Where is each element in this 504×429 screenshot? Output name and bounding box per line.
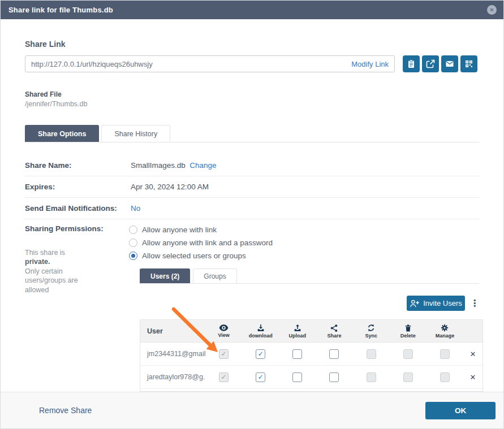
- person-plus-icon: [410, 300, 420, 307]
- upload-icon: [293, 323, 302, 332]
- table-row: jaredtaylor978@g... ✓ ✓ ✕: [140, 366, 483, 389]
- remove-user-icon[interactable]: ✕: [463, 350, 483, 358]
- column-header-manage: Manage: [427, 323, 463, 339]
- open-link-button[interactable]: [422, 55, 439, 72]
- invite-users-button[interactable]: Invite Users: [407, 296, 465, 311]
- trash-icon: [404, 324, 412, 332]
- user-email: jm2344311@gmail....: [140, 350, 205, 358]
- share-icon: [330, 324, 338, 332]
- tab-share-options[interactable]: Share Options: [25, 125, 99, 142]
- column-label: Upload: [289, 333, 307, 339]
- share-link-label: Share Link: [25, 40, 66, 49]
- column-header-share: Share: [316, 324, 352, 339]
- remove-share-button[interactable]: Remove Share: [39, 406, 92, 415]
- expires-value: Apr 30, 2024 12:00 AM: [131, 183, 209, 191]
- share-link-dialog: Share link for file Thumbs.db ✕ Share Li…: [0, 0, 504, 429]
- users-permissions-table: User View download: [140, 319, 483, 392]
- radio-icon[interactable]: [129, 252, 137, 260]
- user-group-tabs: Users (2) Groups: [140, 268, 237, 283]
- user-column-header: User: [140, 327, 205, 335]
- tab-users[interactable]: Users (2): [140, 268, 190, 283]
- delete-checkbox: [403, 349, 413, 359]
- private-note-line: Only certain: [25, 267, 63, 275]
- radio-label: Allow anyone with link: [142, 226, 217, 234]
- table-header: User View download: [140, 320, 483, 343]
- column-label: Delete: [400, 333, 416, 339]
- expires-label: Expires:: [25, 183, 55, 191]
- private-note-line: private.: [25, 258, 50, 266]
- share-name-text: SmallImages.db: [131, 161, 186, 170]
- email-notifications-value[interactable]: No: [131, 204, 140, 213]
- ok-button[interactable]: OK: [425, 402, 496, 419]
- invite-users-label: Invite Users: [423, 299, 462, 307]
- divider: [25, 219, 479, 219]
- view-checkbox[interactable]: ✓: [219, 372, 229, 382]
- share-tabs: Share Options Share History: [25, 125, 170, 142]
- column-label: View: [218, 332, 229, 338]
- delete-checkbox: [403, 372, 413, 382]
- download-checkbox[interactable]: ✓: [256, 349, 265, 359]
- copy-link-button[interactable]: [403, 55, 420, 72]
- share-name-value: SmallImages.db Change: [131, 161, 217, 170]
- eye-icon: [219, 324, 229, 332]
- user-email: jaredtaylor978@g...: [140, 373, 205, 381]
- dialog-header: Share link for file Thumbs.db ✕: [1, 1, 503, 19]
- manage-checkbox: [440, 372, 450, 382]
- column-label: Manage: [436, 333, 455, 339]
- column-header-delete: Delete: [390, 324, 427, 339]
- manage-checkbox: [440, 349, 450, 359]
- divider: [25, 176, 479, 176]
- embed-link-button[interactable]: [460, 55, 477, 72]
- external-link-icon: [426, 59, 435, 68]
- sync-checkbox: [367, 372, 376, 382]
- tab-groups[interactable]: Groups: [193, 268, 236, 283]
- more-options-icon[interactable]: ⋮: [471, 296, 479, 311]
- download-checkbox[interactable]: ✓: [256, 372, 265, 382]
- shared-file-label: Shared File: [25, 90, 62, 98]
- column-header-upload: Upload: [279, 323, 316, 339]
- column-label: Sync: [365, 333, 377, 339]
- remove-user-icon[interactable]: ✕: [463, 373, 483, 382]
- sync-checkbox: [367, 349, 376, 359]
- dialog-title: Share link for file Thumbs.db: [8, 6, 113, 14]
- sub-tabs-divider: [140, 283, 479, 284]
- table-row: jm2344311@gmail.... ✓ ✓ ✕: [140, 343, 483, 366]
- email-notifications-label: Send Email Notifications:: [25, 204, 117, 213]
- tabs-divider: [25, 142, 479, 142]
- radio-icon[interactable]: [129, 226, 137, 234]
- divider: [25, 197, 479, 198]
- clipboard-icon: [407, 59, 416, 68]
- grid-icon: [464, 59, 473, 68]
- private-note-line: This share is: [25, 249, 65, 257]
- share-checkbox[interactable]: [329, 349, 339, 359]
- shared-file-path: /jennifer/Thumbs.db: [25, 100, 87, 108]
- upload-checkbox[interactable]: [292, 372, 302, 382]
- radio-label: Allow anyone with link and a password: [142, 239, 273, 247]
- download-icon: [256, 323, 265, 332]
- sharing-permissions-label: Sharing Permissions:: [25, 224, 104, 233]
- view-checkbox[interactable]: ✓: [219, 349, 229, 359]
- column-header-sync: Sync: [353, 323, 390, 339]
- column-header-view: View: [205, 324, 242, 338]
- share-link-url: http://127.0.0.1/url/hziqueqs26uhwsjy: [31, 60, 351, 68]
- radio-label: Allow selected users or groups: [142, 252, 246, 260]
- share-link-input[interactable]: http://127.0.0.1/url/hziqueqs26uhwsjy Mo…: [25, 55, 395, 72]
- gear-icon: [440, 323, 449, 332]
- private-note-line: users/groups are: [25, 276, 78, 284]
- column-label: Share: [327, 333, 341, 339]
- tab-share-history[interactable]: Share History: [101, 125, 170, 142]
- radio-anyone-with-link[interactable]: Allow anyone with link: [129, 226, 217, 234]
- radio-icon[interactable]: [129, 239, 137, 247]
- radio-anyone-with-password[interactable]: Allow anyone with link and a password: [129, 239, 273, 247]
- radio-selected-users-groups[interactable]: Allow selected users or groups: [129, 252, 246, 260]
- share-name-label: Share Name:: [25, 161, 72, 170]
- close-icon[interactable]: ✕: [487, 5, 497, 15]
- column-label: download: [249, 333, 273, 339]
- envelope-icon: [445, 59, 454, 68]
- private-note-line: allowed: [25, 286, 49, 294]
- upload-checkbox[interactable]: [292, 349, 302, 359]
- email-link-button[interactable]: [441, 55, 458, 72]
- modify-link-button[interactable]: Modify Link: [351, 60, 389, 68]
- change-share-name-link[interactable]: Change: [189, 161, 216, 170]
- share-checkbox[interactable]: [329, 372, 339, 382]
